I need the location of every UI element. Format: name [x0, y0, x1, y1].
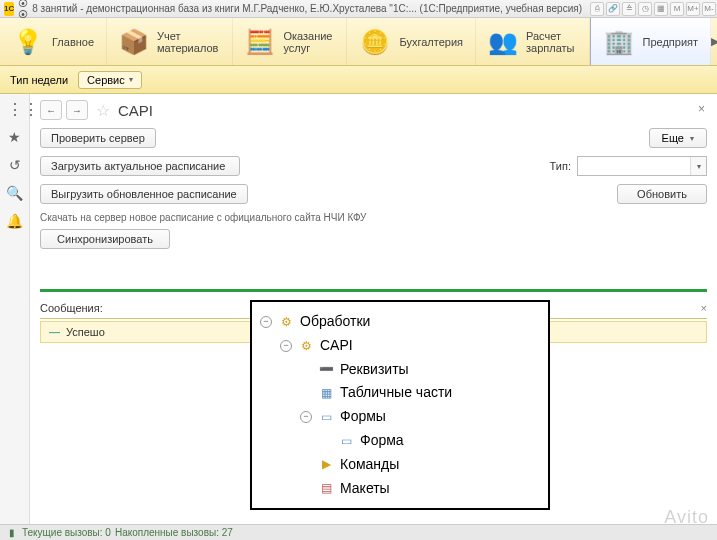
config-tree-overlay: −⚙Обработки−⚙CAPI➖Реквизиты▦Табличные ча…	[250, 300, 550, 510]
section-4[interactable]: 👥Расчет зарплаты	[476, 18, 589, 65]
load-schedule-button[interactable]: Загрузить актуальное расписание	[40, 156, 240, 176]
tree-node-icon: ➖	[318, 361, 334, 377]
type-dropdown[interactable]: ▾	[577, 156, 707, 176]
sections-grid-icon[interactable]: ⋮⋮⋮	[6, 100, 24, 118]
type-value	[578, 157, 690, 175]
tree-node-icon: ▤	[318, 480, 334, 496]
tree-node-label: Форма	[360, 429, 404, 453]
tree-node-label: Макеты	[340, 477, 390, 501]
tree-node-label: Формы	[340, 405, 386, 429]
print-icon[interactable]: ⎙	[590, 2, 604, 16]
tree-node-icon: ⚙	[298, 338, 314, 354]
tree-item[interactable]: ▤Макеты	[260, 477, 540, 501]
tree-node-icon: ▭	[338, 433, 354, 449]
section-icon: 🏢	[603, 26, 635, 58]
search-icon[interactable]: 🔍	[6, 184, 24, 202]
tree-item[interactable]: −▭Формы	[260, 405, 540, 429]
sub-toolbar: Тип недели Сервис ▾	[0, 66, 717, 94]
check-server-button[interactable]: Проверить сервер	[40, 128, 156, 148]
tree-node-label: Табличные части	[340, 381, 452, 405]
week-type-label: Тип недели	[10, 74, 68, 86]
section-label: Учет материалов	[157, 30, 220, 54]
tree-node-icon: ▭	[318, 409, 334, 425]
section-icon: 🧮	[245, 26, 275, 58]
window-title: 8 занятий - демонстрационная база из кни…	[32, 3, 582, 14]
tree-item[interactable]: ▭Форма	[260, 429, 540, 453]
link-icon[interactable]: 🔗	[606, 2, 620, 16]
section-label: Расчет зарплаты	[526, 30, 576, 54]
m-minus-icon[interactable]: M-	[702, 2, 716, 16]
expand-icon[interactable]: −	[280, 340, 292, 352]
tree-node-icon: ▦	[318, 385, 334, 401]
section-label: Главное	[52, 36, 94, 48]
service-label: Сервис	[87, 74, 125, 86]
refresh-button[interactable]: Обновить	[617, 184, 707, 204]
message-text: Успешо	[66, 326, 105, 338]
tab-close-button[interactable]: ×	[698, 102, 705, 116]
statusbar: ▮ Текущие вызовы: 0 Накопленные вызовы: …	[0, 524, 717, 540]
tree-node-icon: ▶	[318, 457, 334, 473]
left-panel: ⋮⋮⋮ ★ ↺ 🔍 🔔	[0, 94, 30, 524]
calc-icon[interactable]: ▦	[654, 2, 668, 16]
watermark: Avito	[664, 507, 709, 528]
more-button[interactable]: Еще ▾	[649, 128, 707, 148]
app-logo: 1C	[4, 2, 14, 16]
sync-button[interactable]: Синхронизировать	[40, 229, 170, 249]
description-text: Скачать на сервер новое расписание с офи…	[40, 212, 707, 223]
m-icon[interactable]: M	[670, 2, 684, 16]
tree-node-label: Реквизиты	[340, 358, 409, 382]
unload-schedule-button[interactable]: Выгрузить обновленное расписание	[40, 184, 248, 204]
service-button[interactable]: Сервис ▾	[78, 71, 142, 89]
tree-item[interactable]: −⚙CAPI	[260, 334, 540, 358]
section-5[interactable]: 🏢Предприят	[590, 18, 712, 65]
nav-forward-button[interactable]: →	[66, 100, 88, 120]
chevron-down-icon: ▾	[690, 157, 706, 175]
section-0[interactable]: 💡Главное	[0, 18, 107, 65]
section-label: Бухгалтерия	[399, 36, 463, 48]
tree-node-label: Команды	[340, 453, 399, 477]
tree-item[interactable]: ▦Табличные части	[260, 381, 540, 405]
chevron-down-icon: ▾	[129, 75, 133, 84]
page-title: CAPI	[118, 102, 153, 119]
tree-item[interactable]: ➖Реквизиты	[260, 358, 540, 382]
section-label: Предприят	[643, 36, 699, 48]
tree-node-icon: ⚙	[278, 314, 294, 330]
nav-back-button[interactable]: ←	[40, 100, 62, 120]
tree-node-label: Обработки	[300, 310, 370, 334]
favorite-star-icon[interactable]: ☆	[96, 101, 110, 120]
section-2[interactable]: 🧮Оказание услуг	[233, 18, 347, 65]
titlebar-nav[interactable]: ⦿ ⦿	[18, 0, 28, 20]
tree-item[interactable]: −⚙Обработки	[260, 310, 540, 334]
expand-icon[interactable]: −	[300, 411, 312, 423]
more-label: Еще	[662, 132, 684, 144]
message-dash-icon: —	[49, 326, 60, 338]
section-3[interactable]: 🪙Бухгалтерия	[347, 18, 476, 65]
accumulated-calls: Накопленные вызовы: 27	[115, 527, 233, 538]
section-icon: 👥	[488, 26, 518, 58]
titlebar-tools: ⎙ 🔗 ≙ ◷ ▦ M M+ M- i	[590, 2, 717, 16]
section-label: Оказание услуг	[283, 30, 334, 54]
section-toolbar: 💡Главное📦Учет материалов🧮Оказание услуг🪙…	[0, 18, 717, 66]
clock-icon[interactable]: ◷	[638, 2, 652, 16]
history-icon[interactable]: ↺	[6, 156, 24, 174]
compare-icon[interactable]: ≙	[622, 2, 636, 16]
tree-item[interactable]: ▶Команды	[260, 453, 540, 477]
section-icon: 🪙	[359, 26, 391, 58]
expand-icon[interactable]: −	[260, 316, 272, 328]
m-plus-icon[interactable]: M+	[686, 2, 700, 16]
section-1[interactable]: 📦Учет материалов	[107, 18, 233, 65]
sections-scroll-right[interactable]: ▶	[711, 18, 717, 65]
bell-icon[interactable]: 🔔	[6, 212, 24, 230]
perf-icon: ▮	[6, 527, 18, 539]
type-label: Тип:	[550, 160, 571, 172]
messages-label: Сообщения:	[40, 302, 103, 314]
config-tree: −⚙Обработки−⚙CAPI➖Реквизиты▦Табличные ча…	[260, 310, 540, 500]
chevron-down-icon: ▾	[690, 134, 694, 143]
section-icon: 📦	[119, 26, 149, 58]
tree-node-label: CAPI	[320, 334, 353, 358]
section-icon: 💡	[12, 26, 44, 58]
favorites-icon[interactable]: ★	[6, 128, 24, 146]
separator	[40, 289, 707, 292]
current-calls: Текущие вызовы: 0	[22, 527, 111, 538]
messages-close-button[interactable]: ×	[701, 302, 707, 314]
